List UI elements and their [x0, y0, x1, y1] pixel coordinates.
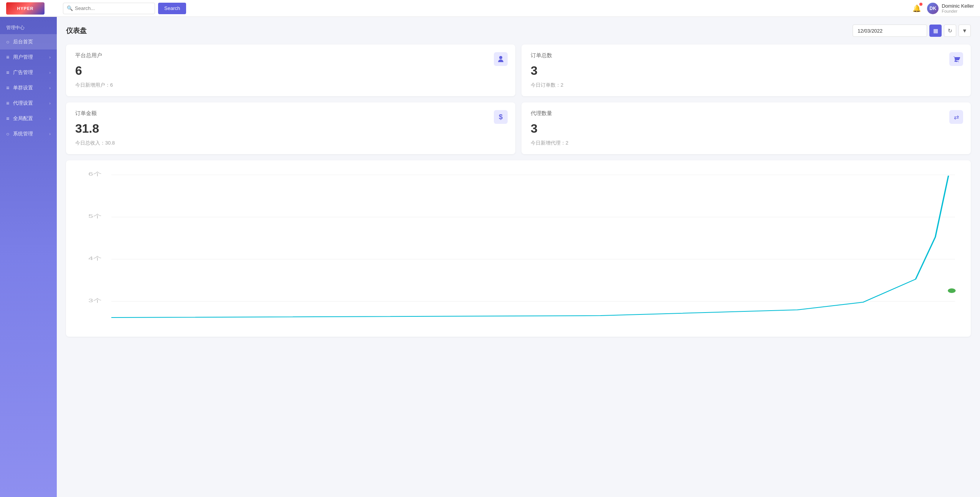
- bell-icon[interactable]: 🔔: [912, 4, 921, 13]
- main-content: 仪表盘 ▦ ↻ ▼ 平台总用户 6 今日新增用户：6 订单: [57, 17, 980, 497]
- search-button[interactable]: Search: [158, 3, 186, 14]
- stat-card-agents: 代理数量 3 今日新增代理：2 ⇄: [521, 102, 971, 154]
- chart-card: 6个 5个 4个 3个: [66, 160, 971, 337]
- calendar-btn[interactable]: ▦: [929, 25, 942, 37]
- search-input-wrap: 🔍: [63, 3, 155, 14]
- chart-line: [111, 176, 949, 318]
- sidebar-item-global[interactable]: ≡ 全局配置 ›: [0, 111, 57, 126]
- sidebar: 管理中心 ○ 后台首页 ≡ 用户管理 › ≡ 广告管理 › ≡ 单群设置 › ≡…: [0, 17, 57, 497]
- sidebar-item-label: 单群设置: [13, 84, 33, 91]
- orders-icon: [949, 52, 963, 66]
- search-area: 🔍 Search: [63, 3, 912, 14]
- search-input[interactable]: [63, 3, 155, 14]
- sidebar-item-label: 系统管理: [13, 130, 33, 137]
- notification-badge: [919, 3, 922, 6]
- stat-title-orders: 订单总数: [531, 52, 962, 59]
- arrow-icon: ›: [49, 116, 51, 121]
- sidebar-item-label: 后台首页: [13, 38, 33, 45]
- sidebar-item-users[interactable]: ≡ 用户管理 ›: [0, 49, 57, 65]
- layout: 管理中心 ○ 后台首页 ≡ 用户管理 › ≡ 广告管理 › ≡ 单群设置 › ≡…: [0, 17, 980, 497]
- sidebar-item-label: 全局配置: [13, 115, 33, 122]
- home-icon: ○: [6, 39, 9, 45]
- y-label-3: 3个: [88, 298, 101, 303]
- page-header: 仪表盘 ▦ ↻ ▼: [66, 25, 971, 37]
- user-name: Dominic Keller: [942, 3, 974, 9]
- chart-dot: [948, 288, 956, 293]
- sidebar-item-agents[interactable]: ≡ 代理设置 ›: [0, 95, 57, 111]
- chart-svg: 6个 5个 4个 3个: [75, 168, 962, 329]
- stat-sub-amount: 今日总收入：30.8: [75, 140, 506, 146]
- group-menu-icon: ≡: [6, 85, 9, 91]
- top-header: HYPER 🔍 Search 🔔 DK Dominic Keller Found…: [0, 0, 980, 17]
- agents-icon: ⇄: [949, 110, 963, 124]
- avatar: DK: [927, 3, 939, 14]
- arrow-icon: ›: [49, 132, 51, 136]
- stat-sub-users: 今日新增用户：6: [75, 82, 506, 89]
- stat-title-amount: 订单金额: [75, 110, 506, 117]
- logo-text: HYPER: [17, 6, 34, 11]
- stat-sub-orders: 今日订单数：2: [531, 82, 962, 89]
- date-input[interactable]: [853, 25, 927, 37]
- arrow-icon: ›: [49, 101, 51, 105]
- y-label-6: 6个: [88, 171, 101, 177]
- users-icon: [494, 52, 508, 66]
- user-info[interactable]: DK Dominic Keller Founder: [927, 3, 974, 14]
- stat-value-amount: 31.8: [75, 122, 506, 136]
- arrow-icon: ›: [49, 86, 51, 90]
- logo-area: HYPER: [6, 2, 63, 15]
- date-controls: ▦ ↻ ▼: [853, 25, 971, 37]
- y-label-5: 5个: [88, 214, 101, 219]
- search-icon: 🔍: [67, 5, 73, 11]
- header-right: 🔔 DK Dominic Keller Founder: [912, 3, 974, 14]
- ads-menu-icon: ≡: [6, 69, 9, 76]
- stat-card-amount: 订单金额 31.8 今日总收入：30.8 $: [66, 102, 515, 154]
- stat-title-agents: 代理数量: [531, 110, 962, 117]
- arrow-icon: ›: [49, 70, 51, 75]
- sidebar-item-label: 广告管理: [13, 69, 33, 76]
- sidebar-item-ads[interactable]: ≡ 广告管理 ›: [0, 65, 57, 80]
- arrow-icon: ›: [49, 55, 51, 59]
- filter-btn[interactable]: ▼: [959, 25, 971, 37]
- stat-value-agents: 3: [531, 122, 962, 136]
- stat-card-users: 平台总用户 6 今日新增用户：6: [66, 44, 515, 96]
- user-role: Founder: [942, 9, 974, 13]
- logo: HYPER: [6, 2, 45, 15]
- user-details: Dominic Keller Founder: [942, 3, 974, 14]
- stat-card-orders: 订单总数 3 今日订单数：2: [521, 44, 971, 96]
- stat-value-users: 6: [75, 64, 506, 78]
- stat-sub-agents: 今日新增代理：2: [531, 140, 962, 146]
- amount-icon: $: [494, 110, 508, 124]
- sidebar-item-group[interactable]: ≡ 单群设置 ›: [0, 80, 57, 95]
- stats-grid: 平台总用户 6 今日新增用户：6 订单总数 3 今日订单数：2: [66, 44, 971, 154]
- sidebar-item-label: 代理设置: [13, 100, 33, 107]
- system-menu-icon: ○: [6, 131, 9, 137]
- sidebar-item-dashboard[interactable]: ○ 后台首页: [0, 34, 57, 49]
- sidebar-item-label: 用户管理: [13, 54, 33, 61]
- stat-title-users: 平台总用户: [75, 52, 506, 59]
- stat-value-orders: 3: [531, 64, 962, 78]
- global-menu-icon: ≡: [6, 115, 9, 122]
- page-title: 仪表盘: [66, 26, 87, 35]
- sidebar-item-system[interactable]: ○ 系统管理 ›: [0, 126, 57, 142]
- y-label-4: 4个: [88, 256, 101, 261]
- users-menu-icon: ≡: [6, 54, 9, 60]
- agents-menu-icon: ≡: [6, 100, 9, 106]
- refresh-btn[interactable]: ↻: [944, 25, 956, 37]
- chart-area: 6个 5个 4个 3个: [75, 168, 962, 329]
- sidebar-title: 管理中心: [0, 20, 57, 34]
